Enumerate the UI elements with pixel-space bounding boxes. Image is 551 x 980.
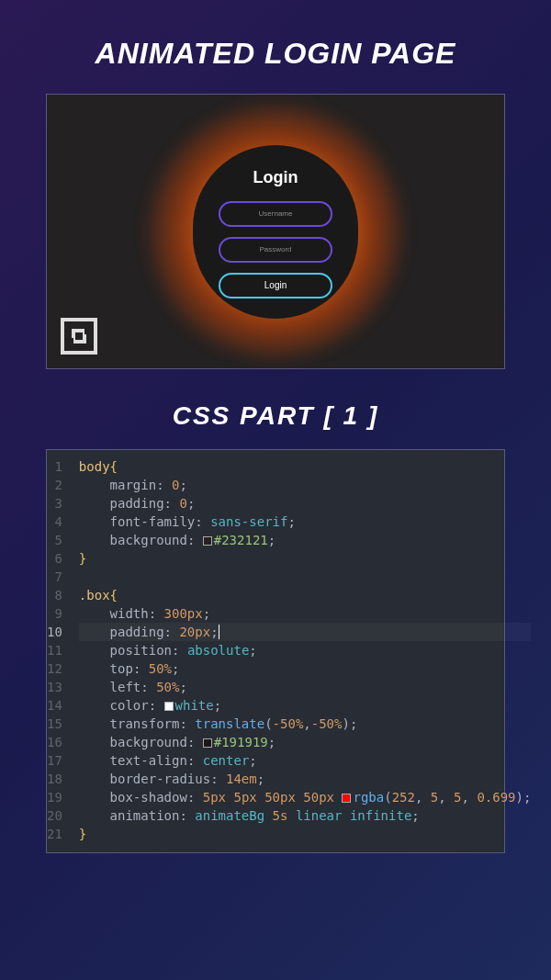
- code-line: background: #191919;: [79, 733, 532, 751]
- password-field[interactable]: Password: [219, 237, 332, 263]
- code-line: width: 300px;: [79, 604, 532, 623]
- code-line: body{: [79, 457, 532, 476]
- line-number: 6: [47, 549, 62, 568]
- color-swatch-icon: [203, 738, 212, 748]
- code-line: color: white;: [79, 696, 532, 715]
- code-line: left: 50%;: [79, 678, 532, 696]
- brand-logo-icon: [61, 318, 97, 355]
- color-swatch-icon: [203, 536, 212, 546]
- line-number: 4: [47, 513, 62, 531]
- code-line: border-radius: 14em;: [79, 770, 532, 788]
- code-line: background: #232121;: [79, 531, 532, 549]
- code-line: box-shadow: 5px 5px 50px 50px rgba(252, …: [79, 788, 532, 806]
- line-number: 3: [47, 494, 62, 513]
- svg-rect-3: [68, 338, 73, 344]
- code-line: padding: 0;: [79, 494, 532, 513]
- line-number-gutter: 123456789101112131415161718192021: [47, 450, 72, 852]
- line-number: 10: [47, 623, 62, 641]
- code-line: transform: translate(-50%,-50%);: [79, 715, 532, 733]
- line-number: 7: [47, 568, 62, 586]
- line-number: 14: [47, 696, 62, 715]
- svg-rect-1: [73, 331, 84, 342]
- line-number: 16: [47, 733, 62, 751]
- color-swatch-icon: [164, 702, 174, 711]
- code-line: animation: animateBg 5s linear infinite;: [79, 806, 532, 825]
- svg-rect-2: [84, 329, 90, 334]
- line-number: 9: [47, 604, 62, 623]
- code-line: .box{: [79, 586, 532, 604]
- color-swatch-icon: [342, 794, 351, 803]
- login-form: Login Username Password Login: [193, 145, 358, 319]
- line-number: 12: [47, 659, 62, 678]
- code-content: body{ margin: 0; padding: 0; font-family…: [72, 450, 532, 852]
- svg-rect-0: [62, 320, 96, 353]
- line-number: 21: [47, 825, 62, 843]
- line-number: 17: [47, 751, 62, 770]
- code-editor: 123456789101112131415161718192021 body{ …: [46, 449, 505, 853]
- line-number: 20: [47, 806, 62, 825]
- line-number: 11: [47, 641, 62, 659]
- login-heading: Login: [253, 168, 298, 187]
- code-line: margin: 0;: [79, 476, 532, 494]
- section-title: CSS PART [ 1 ]: [173, 401, 379, 431]
- login-button[interactable]: Login: [219, 273, 332, 299]
- login-preview-panel: Login Username Password Login: [46, 94, 505, 369]
- code-line: text-align: center;: [79, 751, 532, 770]
- line-number: 13: [47, 678, 62, 696]
- line-number: 15: [47, 715, 62, 733]
- code-line: padding: 20px;: [79, 623, 532, 641]
- line-number: 8: [47, 586, 62, 604]
- line-number: 1: [47, 457, 62, 476]
- code-line: top: 50%;: [79, 659, 532, 678]
- code-line: }: [79, 825, 532, 843]
- line-number: 5: [47, 531, 62, 549]
- line-number: 18: [47, 770, 62, 788]
- code-line: font-family: sans-serif;: [79, 513, 532, 531]
- code-line: position: absolute;: [79, 641, 532, 659]
- text-cursor: [219, 625, 219, 639]
- username-field[interactable]: Username: [219, 201, 332, 227]
- page-title: ANIMATED LOGIN PAGE: [96, 37, 456, 71]
- line-number: 19: [47, 788, 62, 806]
- line-number: 2: [47, 476, 62, 494]
- code-line: }: [79, 549, 532, 568]
- code-line: [79, 568, 532, 586]
